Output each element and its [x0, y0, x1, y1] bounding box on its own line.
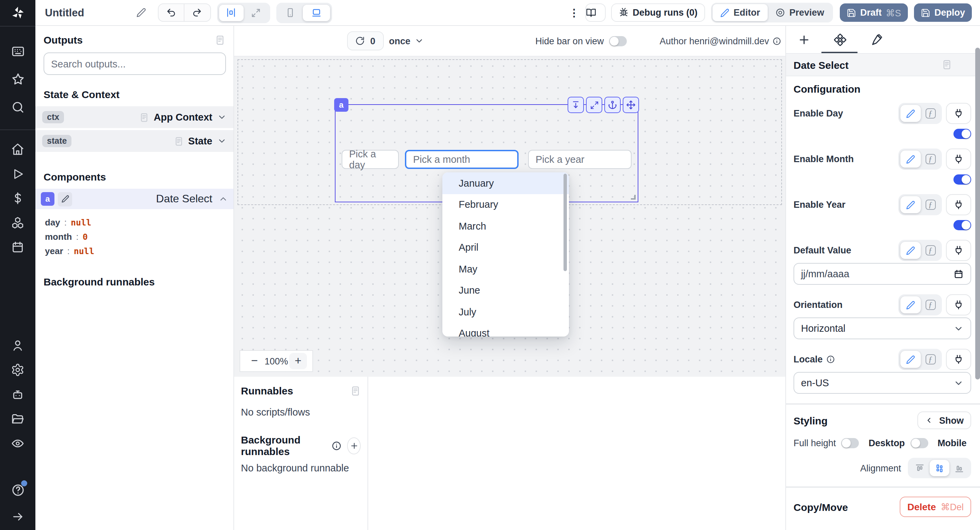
enable-day-toggle[interactable] — [953, 129, 971, 139]
resize-handle[interactable] — [631, 195, 636, 200]
dropdown-scrollbar[interactable] — [563, 174, 567, 271]
month-option[interactable]: March — [442, 215, 569, 237]
styling-tab-brush-icon[interactable] — [869, 33, 883, 46]
search-icon[interactable] — [0, 93, 35, 121]
orientation-select[interactable]: Horizontal — [794, 318, 971, 339]
edit-title-pencil-icon[interactable] — [136, 8, 146, 18]
desktop-view-button[interactable] — [302, 5, 330, 21]
calendar-icon[interactable] — [953, 269, 964, 279]
desktop-toggle[interactable] — [910, 438, 928, 448]
search-outputs-input[interactable] — [43, 53, 226, 75]
redo-button[interactable] — [184, 4, 210, 21]
outputs-doc-icon[interactable] — [215, 34, 225, 45]
windmill-logo[interactable] — [0, 0, 35, 26]
function-mode-icon[interactable]: ƒ — [921, 351, 940, 368]
month-option[interactable]: February — [442, 194, 569, 215]
month-option[interactable]: July — [442, 301, 569, 322]
zoom-out-button[interactable]: − — [246, 353, 263, 369]
component-doc-icon[interactable] — [941, 59, 952, 70]
connect-plug-icon[interactable] — [946, 294, 971, 315]
runs-play-icon[interactable] — [0, 161, 35, 186]
function-mode-icon[interactable]: ƒ — [921, 296, 940, 313]
info-icon[interactable] — [772, 37, 781, 45]
deploy-button[interactable]: Deploy — [914, 3, 972, 22]
move-icon[interactable] — [623, 97, 639, 113]
month-option[interactable]: April — [442, 237, 569, 258]
styling-show-button[interactable]: Show — [917, 412, 971, 429]
canvas-viewport[interactable]: a Pick a day Pick a month Pick a year Ja… — [234, 57, 785, 377]
static-pencil-icon[interactable] — [900, 242, 921, 259]
context-row-ctx[interactable]: ctx App Context — [35, 106, 234, 128]
docs-book-button[interactable] — [585, 3, 605, 22]
connect-plug-icon[interactable] — [946, 148, 971, 170]
month-option[interactable]: May — [442, 258, 569, 279]
component-settings-tab-icon[interactable] — [833, 33, 846, 46]
function-mode-icon[interactable]: ƒ — [921, 105, 940, 122]
workers-bot-icon[interactable] — [0, 382, 35, 407]
anchor-icon[interactable] — [605, 97, 620, 113]
connect-plug-icon[interactable] — [946, 194, 971, 215]
month-option[interactable]: January — [442, 172, 569, 194]
connect-plug-icon[interactable] — [946, 240, 971, 261]
month-option[interactable]: August — [442, 322, 569, 337]
variables-dollar-icon[interactable] — [0, 186, 35, 211]
schedule-dropdown[interactable]: once — [389, 36, 424, 46]
component-row-a[interactable]: a Date Select — [35, 189, 234, 209]
delete-component-button[interactable]: Delete ⌘Del — [900, 496, 971, 517]
eye-icon[interactable] — [0, 431, 35, 456]
folders-icon[interactable] — [0, 407, 35, 431]
context-row-state[interactable]: state State — [35, 130, 234, 152]
scrollbar-thumb[interactable] — [975, 48, 980, 380]
connect-plug-icon[interactable] — [946, 349, 971, 370]
undo-button[interactable] — [158, 4, 184, 21]
static-pencil-icon[interactable] — [900, 351, 921, 368]
static-pencil-icon[interactable] — [900, 105, 921, 122]
home-icon[interactable] — [0, 137, 35, 161]
tab-editor[interactable]: Editor — [713, 4, 768, 21]
settings-gear-icon[interactable] — [0, 358, 35, 382]
year-select-input[interactable]: Pick a year — [528, 150, 632, 169]
function-mode-icon[interactable]: ƒ — [921, 150, 940, 168]
debug-runs-button[interactable]: Debug runs (0) — [611, 3, 705, 22]
json-prop-year[interactable]: year:null — [45, 244, 234, 258]
day-select-input[interactable]: Pick a day — [342, 150, 399, 169]
help-icon[interactable] — [0, 476, 35, 504]
hide-bar-toggle[interactable] — [609, 36, 627, 46]
chevron-down-icon[interactable] — [217, 136, 227, 146]
info-icon[interactable] — [331, 441, 342, 451]
runnables-doc-icon[interactable] — [350, 385, 361, 396]
rename-pencil-icon[interactable] — [58, 192, 72, 206]
info-icon[interactable] — [826, 355, 835, 364]
align-top-icon[interactable] — [910, 460, 930, 476]
static-pencil-icon[interactable] — [900, 296, 921, 313]
enable-year-toggle[interactable] — [953, 220, 971, 230]
enable-month-toggle[interactable] — [953, 174, 971, 185]
function-mode-icon[interactable]: ƒ — [921, 196, 940, 213]
favorites-star-icon[interactable] — [0, 65, 35, 93]
insert-component-tab-plus-icon[interactable] — [797, 33, 811, 46]
collapse-arrow-right-icon[interactable] — [0, 504, 35, 528]
tab-preview[interactable]: Preview — [768, 4, 832, 21]
add-background-runnable-button[interactable] — [347, 437, 361, 454]
month-select-input[interactable]: Pick a month — [405, 150, 519, 169]
default-value-date-input[interactable]: jj/mm/aaaa — [794, 263, 971, 285]
month-option[interactable]: June — [442, 279, 569, 301]
json-prop-month[interactable]: month:0 — [45, 230, 234, 244]
centered-layout-button[interactable] — [219, 5, 243, 21]
static-pencil-icon[interactable] — [900, 150, 921, 168]
expand-down-icon[interactable] — [568, 97, 584, 113]
json-prop-day[interactable]: day:null — [45, 215, 234, 230]
function-mode-icon[interactable]: ƒ — [921, 242, 940, 259]
chevron-down-icon[interactable] — [217, 112, 227, 122]
user-icon[interactable] — [0, 333, 35, 358]
connect-plug-icon[interactable] — [946, 103, 971, 124]
draft-save-button[interactable]: Draft ⌘S — [840, 3, 908, 22]
align-bottom-icon[interactable] — [950, 460, 969, 476]
static-pencil-icon[interactable] — [900, 196, 921, 213]
schedules-calendar-icon[interactable] — [0, 235, 35, 260]
align-center-icon[interactable] — [930, 460, 950, 476]
more-menu-kebab-icon[interactable]: ⋮ — [569, 6, 579, 19]
mobile-view-button[interactable] — [278, 5, 302, 21]
full-height-toggle[interactable] — [842, 438, 859, 448]
locale-select[interactable]: en-US — [794, 372, 971, 394]
